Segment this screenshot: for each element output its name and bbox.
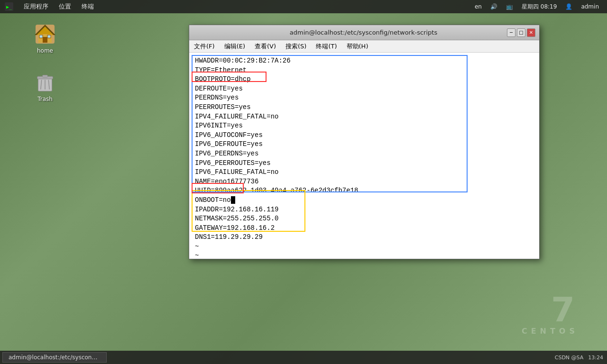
line-peerroutes: PEERROUTES=yes [195, 103, 533, 112]
line-hwaddr: HWADDR=00:0C:29:B2:7A:26 [195, 56, 533, 66]
line-ipv6-failure: IPV6_FAILURE_FATAL=no [195, 168, 533, 177]
title-bar: admin@localhost:/etc/sysconfig/network-s… [189, 25, 539, 40]
svg-rect-10 [43, 37, 47, 43]
trash-label: Trash [37, 96, 53, 102]
menu-edit[interactable]: 编辑(E) [220, 41, 250, 52]
maximize-button[interactable]: □ [517, 28, 525, 37]
tray-user-icon[interactable]: 👤 [563, 2, 575, 11]
menu-bar: 文件(F) 编辑(E) 查看(V) 搜索(S) 终端(T) 帮助(H) [189, 40, 539, 53]
svg-text:▶_: ▶_ [6, 4, 12, 10]
taskbar-places[interactable]: 位置 [54, 1, 76, 12]
cursor [231, 196, 235, 204]
terminal-content[interactable]: HWADDR=00:0C:29:B2:7A:26 TYPE=Ethernet B… [189, 53, 539, 259]
menu-search[interactable]: 搜索(S) [281, 41, 311, 52]
tray-lang[interactable]: en [472, 2, 484, 11]
taskbar-task-item[interactable]: admin@localhost:/etc/sysconfig··· [2, 352, 107, 363]
line-dns1: DNS1=119.29.29.29 [195, 233, 533, 242]
minimize-button[interactable]: ─ [507, 28, 515, 37]
desktop: ▶_ 应用程序 位置 终端 en 🔊 📺 星期四 08:19 👤 admin [0, 0, 607, 364]
svg-rect-12 [47, 35, 51, 38]
line-ipv6-peerroutes: IPV6_PEERROUTES=yes [195, 159, 533, 168]
menu-help[interactable]: 帮助(H) [342, 41, 373, 52]
tray-user: admin [579, 2, 601, 11]
line-tilde1: ~ [195, 242, 533, 252]
tray-volume-icon[interactable]: 🔊 [488, 2, 500, 11]
line-defroute: DEFROUTE=yes [195, 84, 533, 94]
menu-file[interactable]: 文件(F) [189, 41, 220, 52]
menu-terminal[interactable]: 终端(T) [311, 41, 341, 52]
taskbar-right: en 🔊 📺 星期四 08:19 👤 admin [472, 2, 607, 12]
line-uuid: UUID=899aa622-1d03-49a4-a762-6e2d3cfb7e1… [195, 186, 533, 196]
line-ipv6-defroute: IPV6_DEFROUTE=yes [195, 140, 533, 149]
terminal-window: admin@localhost:/etc/sysconfig/network-s… [189, 25, 540, 259]
bottom-time: 13:24 [588, 355, 603, 361]
line-gateway: GATEWAY=192.168.16.2 [195, 224, 533, 233]
line-peerdns: PEERDNS=yes [195, 93, 533, 103]
taskbar-bottom: admin@localhost:/etc/sysconfig··· CSDN @… [0, 351, 607, 364]
line-netmask: NETMASK=255.255.255.0 [195, 214, 533, 224]
terminal-icon: ▶_ [5, 2, 13, 11]
taskbar-terminal-icon[interactable]: ▶_ [0, 1, 18, 12]
taskbar-terminal-menu[interactable]: 终端 [77, 1, 99, 12]
line-name: NAME=eno16777736 [195, 177, 533, 187]
desktop-icon-trash[interactable]: Trash [26, 71, 64, 102]
taskbar-apps[interactable]: 应用程序 [19, 1, 53, 12]
line-ipv6-peerdns: IPV6_PEERDNS=yes [195, 149, 533, 159]
menu-view[interactable]: 查看(V) [250, 41, 281, 52]
centos-watermark: 7 CENTOS [522, 292, 579, 336]
line-bootproto: BOOTPROTO=dhcp [195, 75, 533, 84]
taskbar-left: ▶_ 应用程序 位置 终端 [0, 1, 99, 12]
tray-datetime: 星期四 08:19 [519, 2, 559, 12]
home-icon-svg [34, 23, 56, 46]
tray-display-icon[interactable]: 📺 [504, 2, 515, 11]
line-type: TYPE=Ethernet [195, 66, 533, 75]
svg-rect-15 [43, 75, 48, 77]
close-button[interactable]: ✕ [527, 28, 535, 37]
taskbar-top: ▶_ 应用程序 位置 终端 en 🔊 📺 星期四 08:19 👤 admin [0, 0, 607, 13]
home-icon [34, 23, 56, 46]
trash-icon [34, 71, 56, 94]
line-ipv4-failure: IPV4_FAILURE_FATAL=no [195, 112, 533, 122]
line-ipv6-autoconf: IPV6_AUTOCONF=yes [195, 131, 533, 140]
line-onboot: ONBOOT=no [195, 196, 533, 205]
window-controls: ─ □ ✕ [506, 28, 535, 37]
line-ipaddr: IPADDR=192.168.16.119 [195, 205, 533, 215]
taskbar-bottom-right: CSDN @SA 13:24 [555, 355, 603, 361]
home-label: home [37, 47, 53, 54]
svg-rect-11 [39, 35, 43, 38]
trash-icon-svg [35, 72, 55, 93]
line-tilde2: ~ [195, 251, 533, 259]
line-ipv6init: IPV6INIT=yes [195, 121, 533, 131]
desktop-icon-home[interactable]: home [26, 23, 64, 54]
window-title: admin@localhost:/etc/sysconfig/network-s… [221, 29, 506, 36]
csdn-label: CSDN @SA [555, 355, 584, 361]
